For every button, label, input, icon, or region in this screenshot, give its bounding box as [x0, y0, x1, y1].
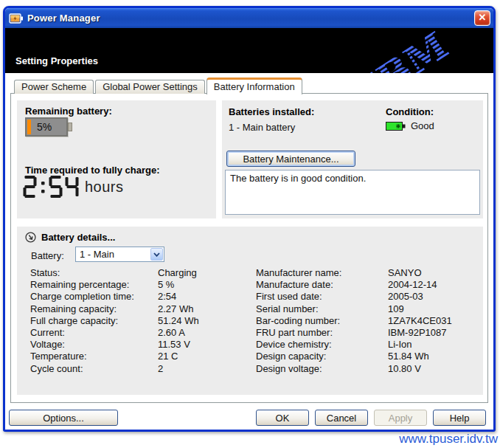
detail-row: Full charge capacity:51.24 Wh	[30, 315, 244, 327]
detail-label: Bar-coding number:	[256, 315, 388, 327]
detail-row: Voltage:11.53 V	[30, 339, 244, 351]
tab-battery-information[interactable]: Battery Information	[206, 77, 302, 94]
detail-row: Status:Charging	[30, 267, 244, 279]
detail-row: Temperature:21 C	[30, 351, 244, 362]
details-grid-right: Manufacturer name:SANYOManufacture date:…	[256, 267, 477, 375]
detail-row: Serial number:109	[256, 303, 477, 315]
battery-level-fill	[27, 120, 31, 134]
detail-value: 1ZA7K4CE031	[388, 315, 452, 327]
ibm-logo: IBM	[353, 28, 478, 73]
tab-global-power-settings[interactable]: Global Power Settings	[95, 80, 205, 94]
detail-row: Manufacture date:2004-12-14	[256, 279, 477, 291]
detail-label: Remaining percentage:	[30, 279, 158, 291]
battery-select-combobox[interactable]: 1 - Main	[75, 247, 164, 262]
detail-value: SANYO	[388, 267, 422, 279]
detail-label: Design capacity:	[256, 351, 388, 362]
charge-time-display: hours	[23, 176, 124, 199]
detail-row: First used date:2005-03	[256, 291, 477, 303]
detail-value: 2.27 Wh	[158, 303, 193, 315]
tab-power-scheme[interactable]: Power Scheme	[14, 80, 94, 94]
battery-app-icon	[9, 13, 24, 24]
lcd-digit	[49, 176, 63, 199]
options-button[interactable]: Options...	[9, 410, 118, 426]
detail-label: Design voltage:	[256, 363, 388, 375]
detail-label: Serial number:	[256, 303, 388, 315]
battery-information-page: Remaining battery: 5% Time required to f…	[10, 93, 488, 403]
lcd-digit	[39, 176, 46, 199]
detail-value: 5 %	[158, 279, 174, 291]
detail-row: Charge completion time:2:54	[30, 291, 244, 303]
chevron-down-icon[interactable]	[150, 248, 163, 261]
page-title: Setting Properties	[15, 55, 98, 66]
detail-value: 2:54	[158, 291, 176, 303]
detail-label: FRU part number:	[256, 327, 388, 339]
detail-row: Manufacturer name:SANYO	[256, 267, 477, 279]
dialog-content: Power Scheme Global Power Settings Batte…	[5, 73, 493, 430]
detail-value: 10.80 V	[388, 363, 421, 375]
detail-value: IBM-92P1087	[388, 327, 447, 339]
detail-label: Voltage:	[30, 339, 158, 351]
detail-label: Status:	[30, 267, 158, 279]
details-grid-left: Status:ChargingRemaining percentage:5 %C…	[30, 267, 244, 375]
detail-label: Temperature:	[30, 351, 158, 362]
collapse-arrow-icon[interactable]	[25, 232, 36, 243]
tab-strip: Power Scheme Global Power Settings Batte…	[14, 77, 304, 94]
detail-value: 2	[158, 363, 163, 375]
detail-label: First used date:	[256, 291, 388, 303]
remaining-battery-label: Remaining battery:	[25, 106, 112, 117]
detail-row: Current:2.60 A	[30, 327, 244, 339]
detail-value: 21 C	[158, 351, 178, 362]
detail-row: Design capacity:51.84 Wh	[256, 351, 477, 362]
battery-details-header: Battery details...	[25, 232, 115, 243]
charge-time-unit: hours	[85, 179, 124, 196]
detail-row: FRU part number:IBM-92P1087	[256, 327, 477, 339]
detail-value: 2004-12-14	[388, 279, 437, 291]
power-manager-window: Power Manager ✕ IBM Setting Properties P…	[3, 6, 496, 432]
detail-label: Remaining capacity:	[30, 303, 158, 315]
detail-value: Charging	[158, 267, 197, 279]
condition-label: Condition:	[386, 106, 434, 117]
cancel-button[interactable]: Cancel	[315, 410, 368, 426]
ibm-logo-text: IBM	[353, 28, 456, 73]
detail-value: 2005-03	[388, 291, 423, 303]
battery-level-graphic: 5%	[25, 117, 68, 137]
battery-status-panel: Batteries installed: 1 - Main battery Co…	[222, 100, 483, 218]
battery-selected-value: 1 - Main	[80, 249, 114, 260]
help-button[interactable]: Help	[433, 410, 486, 426]
battery-details-title: Battery details...	[41, 232, 115, 243]
battery-good-icon	[386, 121, 406, 131]
detail-label: Charge completion time:	[30, 291, 158, 303]
detail-label: Manufacturer name:	[256, 267, 388, 279]
detail-row: Design voltage:10.80 V	[256, 363, 477, 375]
detail-label: Manufacture date:	[256, 279, 388, 291]
detail-value: 2.60 A	[158, 327, 185, 339]
detail-row: Device chemistry:Li-Ion	[256, 339, 477, 351]
detail-value: 11.53 V	[158, 339, 190, 351]
watermark-text: www.tpuser.idv.tw	[399, 432, 498, 447]
condition-value: Good	[411, 120, 434, 131]
battery-terminal	[68, 123, 72, 131]
detail-label: Device chemistry:	[256, 339, 388, 351]
detail-row: Remaining capacity:2.27 Wh	[30, 303, 244, 315]
detail-value: 51.84 Wh	[388, 351, 429, 362]
battery-maintenance-button[interactable]: Battery Maintenance...	[226, 151, 355, 167]
batteries-installed-value: 1 - Main battery	[229, 122, 295, 133]
close-icon[interactable]: ✕	[474, 10, 490, 26]
detail-label: Full charge capacity:	[30, 315, 158, 327]
window-title: Power Manager	[27, 13, 100, 24]
detail-value: 109	[388, 303, 404, 315]
remaining-battery-panel: Remaining battery: 5% Time required to f…	[17, 100, 216, 218]
detail-label: Current:	[30, 327, 158, 339]
lcd-digit	[65, 176, 79, 199]
ok-button[interactable]: OK	[256, 410, 309, 426]
battery-details-panel: Battery details... Battery: 1 - Main Sta…	[17, 227, 483, 395]
apply-button: Apply	[374, 410, 427, 426]
batteries-installed-label: Batteries installed:	[229, 106, 314, 117]
detail-label: Cycle count:	[30, 363, 158, 375]
condition-row: Good	[386, 120, 434, 131]
battery-percent-text: 5%	[37, 121, 52, 133]
lcd-digits	[23, 176, 81, 199]
detail-row: Bar-coding number:1ZA7K4CE031	[256, 315, 477, 327]
lcd-digit	[23, 176, 37, 199]
detail-value: 51.24 Wh	[158, 315, 199, 327]
